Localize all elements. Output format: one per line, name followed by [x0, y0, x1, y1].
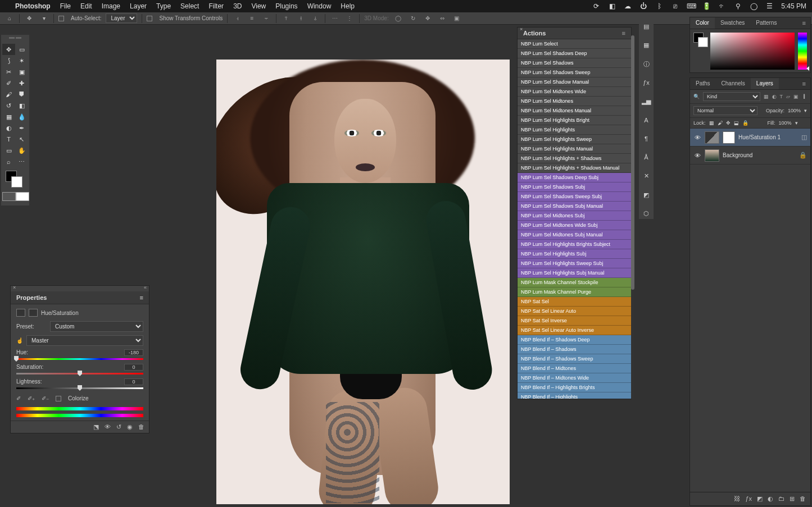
more-align-icon[interactable]: ⋮: [344, 14, 355, 23]
menu-view[interactable]: View: [251, 2, 266, 10]
nav-icon[interactable]: ◩: [641, 189, 652, 200]
eyedropper-tool[interactable]: ✐: [2, 77, 15, 89]
menu-window[interactable]: Window: [307, 2, 332, 10]
action-item[interactable]: NBP Blend If – Shadows Deep: [518, 335, 631, 345]
action-item[interactable]: NBP Lum Sel Shadows Subj: [518, 182, 631, 192]
lock-all-icon[interactable]: 🔒: [742, 120, 749, 126]
tab-paths[interactable]: Paths: [690, 78, 716, 89]
visibility-icon[interactable]: 👁: [693, 152, 701, 159]
wifi-icon[interactable]: ᯤ: [718, 2, 726, 10]
actions-scrollbar[interactable]: [631, 35, 634, 399]
action-item[interactable]: NBP Lum Sel Highlights: [518, 125, 631, 135]
lock-position-icon[interactable]: ✥: [726, 120, 731, 126]
auto-select-checkbox[interactable]: [58, 16, 64, 21]
brush-tool[interactable]: 🖌: [2, 89, 15, 100]
layer-thumb[interactable]: [705, 149, 719, 162]
menu-type[interactable]: Type: [156, 2, 171, 10]
blend-mode[interactable]: Normal: [693, 106, 757, 115]
menu-filter[interactable]: Filter: [208, 2, 224, 10]
action-item[interactable]: NBP Lum Sel Highlights + Shadows: [518, 154, 631, 163]
action-item[interactable]: NBP Lum Sel Shadows Deep: [518, 49, 631, 58]
status-icon[interactable]: ⟳: [592, 2, 600, 10]
action-item[interactable]: NBP Blend If – Highlights: [518, 392, 631, 399]
pen-tool[interactable]: ✒: [15, 122, 28, 134]
blur-tool[interactable]: 💧: [15, 111, 28, 122]
action-item[interactable]: NBP Lum Sel Midtones Wide: [518, 87, 631, 97]
status-icon[interactable]: ◧: [608, 2, 616, 10]
filter-shape-icon[interactable]: ▱: [786, 94, 790, 99]
action-item[interactable]: NBP Lum Sel Shadows Deep Subj: [518, 173, 631, 182]
filter-type-icon[interactable]: T: [780, 94, 783, 99]
keyboard-icon[interactable]: ⌨: [687, 2, 695, 10]
info-icon[interactable]: ⓘ: [641, 59, 652, 70]
bluetooth-icon[interactable]: ᛒ: [655, 2, 663, 10]
marquee-tool[interactable]: ▭: [15, 44, 28, 55]
user-icon[interactable]: ◯: [750, 2, 757, 10]
trash-icon[interactable]: 🗑: [138, 423, 144, 431]
lock-nest-icon[interactable]: ⬓: [734, 120, 739, 126]
action-item[interactable]: NBP Lum Sel Highlights + Shadows Manual: [518, 163, 631, 173]
preset-select[interactable]: Custom: [50, 321, 143, 332]
action-item[interactable]: NBP Blend If – Midtones Wide: [518, 373, 631, 383]
type-icon[interactable]: A: [641, 115, 652, 125]
action-item[interactable]: NBP Blend If – Shadows Sweep: [518, 354, 631, 364]
histogram-icon[interactable]: ▂▅: [641, 96, 652, 107]
lig-slider[interactable]: [16, 386, 143, 390]
move-tool[interactable]: ✥: [2, 44, 15, 55]
new-layer-icon[interactable]: ⊞: [790, 495, 795, 503]
opacity-value[interactable]: 100%: [788, 108, 801, 113]
lock-icon[interactable]: 🔒: [799, 152, 807, 159]
layer-row[interactable]: 👁 Hue/Saturation 1 ◫: [690, 129, 810, 147]
layers-menu-icon[interactable]: ≡: [798, 78, 810, 89]
battery-icon[interactable]: 🔋: [702, 2, 710, 10]
home-icon[interactable]: ⌂: [4, 13, 15, 24]
stamp-tool[interactable]: ⛊: [15, 89, 28, 100]
layer-filter[interactable]: Kind: [703, 92, 760, 101]
align-top-icon[interactable]: ⫯: [281, 14, 291, 23]
hue-value[interactable]: -180: [124, 349, 143, 356]
auto-select-target[interactable]: Layer: [106, 13, 137, 23]
color-field[interactable]: [710, 33, 795, 70]
tab-layers[interactable]: Layers: [751, 78, 779, 89]
sat-slider[interactable]: [16, 372, 143, 375]
tool-dropdown-icon[interactable]: ▾: [39, 13, 49, 24]
toggles-icon[interactable]: ⎚: [671, 2, 679, 10]
control-center-icon[interactable]: ☰: [765, 2, 773, 10]
crop-tool[interactable]: ✂: [2, 66, 15, 77]
lasso-tool[interactable]: ⟆: [2, 55, 15, 66]
adjustment-thumb[interactable]: [705, 131, 719, 144]
shape-tool[interactable]: ▭: [2, 145, 15, 156]
action-item[interactable]: NBP Sat Sel Linear Auto Inverse: [518, 326, 631, 335]
move-tool-icon[interactable]: ✥: [24, 13, 34, 24]
reset-icon[interactable]: ↺: [116, 423, 121, 431]
layer-stack[interactable]: 👁 Hue/Saturation 1 ◫ 👁 Background 🔒: [690, 129, 810, 492]
eyedropper-icon[interactable]: ✐: [16, 395, 21, 401]
menu-edit[interactable]: Edit: [80, 2, 92, 10]
actions-list[interactable]: NBP Lum SelectNBP Lum Sel Shadows DeepNB…: [518, 39, 631, 399]
action-item[interactable]: NBP Lum Sel Midtones Subj: [518, 211, 631, 221]
visibility-icon[interactable]: 👁: [693, 134, 701, 141]
filter-pixel-icon[interactable]: ▦: [764, 94, 769, 99]
action-item[interactable]: NBP Lum Mask Channel Stockpile: [518, 278, 631, 287]
hue-strip[interactable]: [798, 33, 807, 70]
distribute-icon[interactable]: ⋯: [330, 14, 340, 23]
hand-tool[interactable]: ✋: [15, 145, 28, 156]
layer-badge-icon[interactable]: ◫: [801, 134, 807, 141]
layer-name[interactable]: Background: [723, 152, 796, 158]
quick-select-tool[interactable]: ✶: [15, 55, 28, 66]
action-item[interactable]: NBP Lum Sel Highlights Sweep: [518, 135, 631, 144]
standard-mode[interactable]: [2, 192, 16, 201]
action-item[interactable]: NBP Blend If – Shadows: [518, 345, 631, 354]
path-select-tool[interactable]: ↖: [15, 134, 28, 145]
align-bottom-icon[interactable]: ⫰: [310, 14, 320, 23]
panel-collapse-icon[interactable]: «: [144, 285, 147, 290]
colorize-checkbox[interactable]: [56, 396, 61, 401]
gradient-tool[interactable]: ▦: [2, 111, 15, 122]
eraser-tool[interactable]: ◧: [15, 100, 28, 111]
filter-smart-icon[interactable]: ▣: [793, 94, 799, 99]
lock-transparency-icon[interactable]: ▦: [709, 120, 714, 126]
lock-pixels-icon[interactable]: 🖌: [718, 120, 723, 126]
hand-icon[interactable]: ☝: [16, 337, 23, 344]
fill-dropdown-icon[interactable]: ▾: [795, 120, 798, 126]
color-swatch-pair[interactable]: [693, 33, 707, 46]
